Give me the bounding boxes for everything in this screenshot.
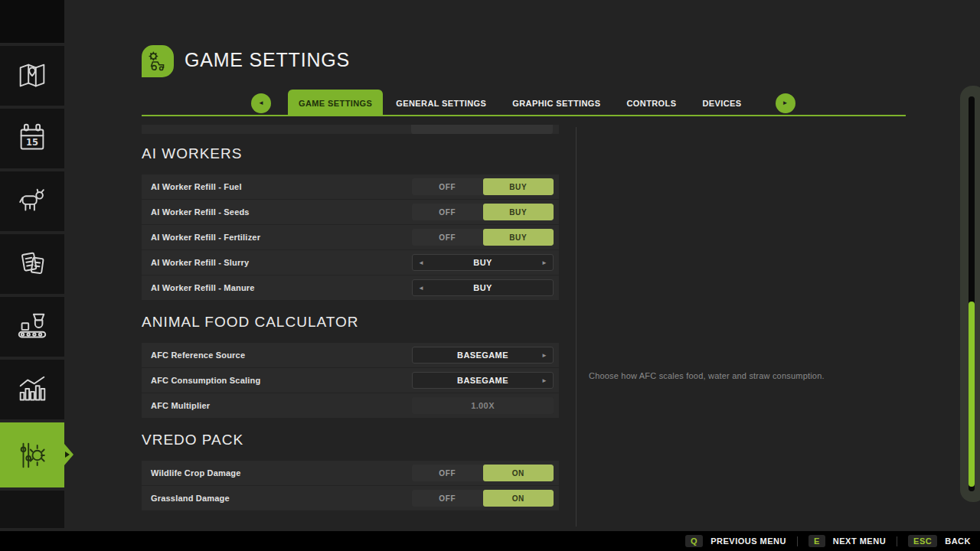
toggle-ai-worker-refill-fuel: OFFBUY	[412, 178, 554, 195]
sidebar-item-production[interactable]	[0, 297, 64, 357]
animals-icon	[15, 184, 50, 219]
setting-label: AI Worker Refill - Fertilizer	[142, 233, 260, 242]
footer-hint-previous-menu[interactable]: QPREVIOUS MENU	[685, 535, 786, 547]
setting-row-afc-consumption-scaling: AFC Consumption ScalingBASEGAME►	[142, 368, 559, 393]
setting-label: AI Worker Refill - Manure	[142, 283, 255, 292]
setting-row-afc-reference-source: AFC Reference SourceBASEGAME►	[142, 343, 559, 367]
selector-afc-consumption-scaling[interactable]: BASEGAME	[412, 372, 554, 389]
selector-left-arrow-icon[interactable]: ◄	[418, 254, 424, 271]
toggle-wildlife-crop-damage: OFFON	[412, 465, 554, 481]
statistics-icon	[15, 372, 50, 407]
scrollbar-thumb[interactable]	[969, 302, 975, 487]
footer-hint-next-menu[interactable]: ENEXT MENU	[808, 535, 886, 547]
setting-row-wildlife-crop-damage: Wildlife Crop DamageOFFON	[142, 461, 559, 485]
setting-row-grassland-damage: Grassland DamageOFFON	[142, 486, 559, 510]
tab-bar: ◄ GAME SETTINGSGENERAL SETTINGSGRAPHIC S…	[142, 90, 906, 116]
sidebar-item-finances[interactable]	[0, 234, 64, 294]
keycap-e: E	[808, 535, 825, 547]
sidebar-item-statistics[interactable]	[0, 360, 64, 419]
setting-label: AFC Reference Source	[142, 350, 245, 360]
setting-row-ai-worker-refill-fuel: AI Worker Refill - FuelOFFBUY	[142, 174, 559, 199]
toggle-option-on[interactable]: ON	[483, 465, 554, 481]
selector-left-arrow-icon[interactable]: ◄	[418, 279, 424, 296]
footer-separator	[797, 536, 798, 546]
tab-game-settings[interactable]: GAME SETTINGS	[288, 90, 383, 116]
setting-control: OFFBUY	[412, 178, 554, 195]
toggle-option-on[interactable]: ON	[483, 490, 554, 507]
setting-label: AI Worker Refill - Fuel	[142, 182, 242, 191]
toggle-option-buy[interactable]: BUY	[483, 204, 554, 220]
selector-ai-worker-refill-slurry[interactable]: BUY	[412, 254, 554, 271]
sidebar-item-map[interactable]	[0, 46, 64, 106]
tabs-next-button[interactable]: ►	[776, 93, 795, 113]
section-title-animal-food-calculator: ANIMAL FOOD CALCULATOR	[142, 311, 559, 334]
setting-control: OFFBUY	[412, 204, 554, 220]
setting-row-ai-worker-refill-seeds: AI Worker Refill - SeedsOFFBUY	[142, 200, 559, 224]
tabs-prev-button[interactable]: ◄	[251, 93, 271, 113]
selector-afc-reference-source[interactable]: BASEGAME	[412, 347, 554, 364]
setting-control: BASEGAME►	[412, 347, 554, 364]
toggle-ai-worker-refill-fertilizer: OFFBUY	[412, 229, 554, 246]
finances-icon	[15, 246, 50, 282]
sidebar-item-settings[interactable]	[0, 422, 64, 487]
setting-label: AFC Consumption Scaling	[142, 376, 260, 385]
sidebar: 15	[0, 0, 64, 531]
setting-control: BUY◄	[412, 279, 554, 296]
setting-row-ai-worker-refill-slurry: AI Worker Refill - SlurryBUY◄►	[142, 250, 559, 275]
scrolled-partial-control	[411, 125, 553, 134]
footer-hint-back[interactable]: ESCBACK	[908, 535, 971, 547]
toggle-option-off[interactable]: OFF	[412, 204, 483, 220]
hint-label: BACK	[945, 536, 971, 546]
calendar-icon: 15	[15, 121, 50, 156]
toggle-option-buy[interactable]: BUY	[483, 229, 554, 246]
game-settings-app-icon	[142, 45, 174, 77]
setting-label: AI Worker Refill - Seeds	[142, 207, 250, 217]
map-icon	[15, 58, 50, 93]
toggle-option-off[interactable]: OFF	[412, 490, 483, 507]
sidebar-active-pointer-dot	[65, 452, 70, 458]
settings-icon	[15, 438, 50, 473]
toggle-grassland-damage: OFFON	[412, 490, 554, 507]
panel-divider	[576, 127, 577, 527]
sidebar-item-calendar[interactable]: 15	[0, 109, 64, 168]
setting-control: OFFBUY	[412, 229, 554, 246]
setting-control: OFFON	[412, 490, 554, 507]
svg-text:15: 15	[26, 137, 38, 148]
toggle-ai-worker-refill-seeds: OFFBUY	[412, 204, 554, 220]
arrow-left-icon: ◄	[258, 99, 264, 106]
hint-label: PREVIOUS MENU	[710, 536, 786, 546]
page-title: GAME SETTINGS	[185, 49, 350, 71]
scrolled-partial-row	[142, 125, 559, 134]
production-icon	[15, 309, 50, 344]
settings-list: AI WORKERSAI Worker Refill - FuelOFFBUYA…	[142, 125, 559, 511]
setting-label: AFC Multiplier	[142, 401, 210, 410]
sidebar-filler-cell	[0, 491, 64, 528]
setting-label: AI Worker Refill - Slurry	[142, 258, 249, 267]
toggle-option-buy[interactable]: BUY	[483, 178, 554, 195]
setting-help-text: Choose how AFC scales food, water and st…	[589, 371, 926, 380]
setting-control: OFFON	[412, 465, 554, 481]
hint-label: NEXT MENU	[833, 536, 886, 546]
readonly-value-afc-multiplier: 1.00X	[412, 397, 554, 414]
selector-ai-worker-refill-manure[interactable]: BUY	[412, 279, 554, 296]
selector-right-arrow-icon[interactable]: ►	[541, 347, 547, 364]
tab-graphic-settings[interactable]: GRAPHIC SETTINGS	[499, 90, 613, 116]
toggle-option-off[interactable]: OFF	[412, 229, 483, 246]
tab-underline	[142, 115, 906, 116]
section-title-vredo-pack: VREDO PACK	[142, 429, 559, 452]
keycap-esc: ESC	[908, 535, 937, 547]
tab-devices[interactable]: DEVICES	[689, 90, 754, 116]
setting-label: Wildlife Crop Damage	[142, 468, 241, 478]
toggle-option-off[interactable]: OFF	[412, 178, 483, 195]
sidebar-item-animals[interactable]	[0, 171, 64, 231]
tab-controls[interactable]: CONTROLS	[614, 90, 690, 116]
setting-control: BASEGAME►	[412, 372, 554, 389]
footer-separator	[897, 536, 897, 546]
setting-row-ai-worker-refill-manure: AI Worker Refill - ManureBUY◄	[142, 276, 559, 300]
selector-right-arrow-icon[interactable]: ►	[541, 372, 547, 389]
sidebar-top-box	[0, 0, 64, 43]
tab-general-settings[interactable]: GENERAL SETTINGS	[383, 90, 499, 116]
toggle-option-off[interactable]: OFF	[412, 465, 483, 481]
setting-label: Grassland Damage	[142, 494, 230, 503]
selector-right-arrow-icon[interactable]: ►	[541, 254, 547, 271]
